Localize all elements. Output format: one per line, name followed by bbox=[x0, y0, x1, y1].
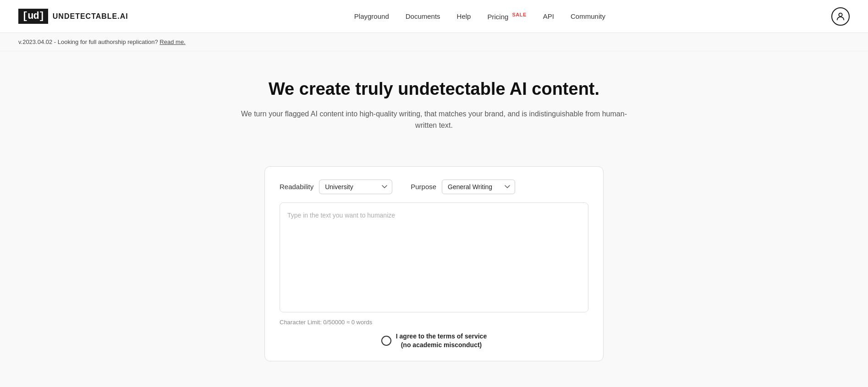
nav-item-playground[interactable]: Playground bbox=[354, 12, 389, 20]
terms-row: I agree to the terms of service (no acad… bbox=[280, 332, 588, 350]
char-limit: Character Limit: 0/50000 ≈ 0 words bbox=[280, 319, 588, 326]
readability-label: Readability bbox=[280, 183, 313, 191]
logo-bracket: [ud] bbox=[18, 9, 48, 24]
humanize-textarea[interactable] bbox=[280, 202, 588, 312]
version-banner: v.2023.04.02 - Looking for full authorsh… bbox=[0, 33, 868, 51]
read-me-link[interactable]: Read me. bbox=[159, 38, 185, 45]
readability-select[interactable]: University High School Middle School PhD… bbox=[319, 180, 392, 194]
humanize-card: Readability University High School Middl… bbox=[264, 166, 604, 361]
logo-text: UNDETECTABLE.AI bbox=[53, 12, 128, 21]
sale-badge: SALE bbox=[512, 12, 527, 17]
terms-text: I agree to the terms of service (no acad… bbox=[396, 332, 487, 350]
user-avatar-button[interactable] bbox=[831, 7, 850, 26]
purpose-select[interactable]: General Writing Essay Article Marketing … bbox=[442, 180, 515, 194]
nav-item-help[interactable]: Help bbox=[457, 12, 471, 20]
nav-item-pricing[interactable]: Pricing SALE bbox=[487, 12, 526, 21]
nav-item-documents[interactable]: Documents bbox=[406, 12, 440, 20]
hero-title: We create truly undetectable AI content. bbox=[18, 79, 850, 100]
nav-item-community[interactable]: Community bbox=[571, 12, 605, 20]
user-icon bbox=[835, 11, 846, 22]
terms-checkbox[interactable] bbox=[381, 336, 391, 346]
hero-subtitle: We turn your flagged AI content into hig… bbox=[232, 108, 636, 131]
card-controls: Readability University High School Middl… bbox=[280, 180, 588, 194]
nav-item-api[interactable]: API bbox=[543, 12, 554, 20]
hero-section: We create truly undetectable AI content.… bbox=[0, 51, 868, 150]
svg-point-0 bbox=[839, 13, 842, 16]
purpose-label: Purpose bbox=[411, 183, 436, 191]
header: [ud] UNDETECTABLE.AI Playground Document… bbox=[0, 0, 868, 33]
main-nav: Playground Documents Help Pricing SALE A… bbox=[354, 12, 605, 21]
purpose-control: Purpose General Writing Essay Article Ma… bbox=[411, 180, 515, 194]
readability-control: Readability University High School Middl… bbox=[280, 180, 392, 194]
logo[interactable]: [ud] UNDETECTABLE.AI bbox=[18, 9, 128, 24]
textarea-wrapper bbox=[280, 202, 588, 314]
